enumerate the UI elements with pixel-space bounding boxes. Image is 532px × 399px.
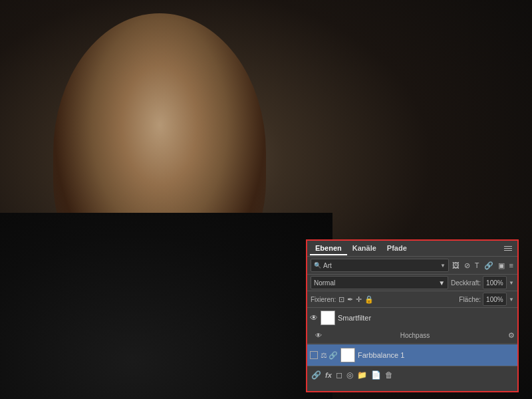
flache-input[interactable]: 100% bbox=[483, 293, 507, 306]
blend-mode-arrow: ▼ bbox=[438, 279, 445, 287]
new-layer-icon[interactable]: 📄 bbox=[371, 370, 381, 380]
fixieren-label: Fixieren: bbox=[311, 296, 336, 303]
search-dropdown-arrow: ▼ bbox=[440, 263, 446, 269]
layer-visibility-eye[interactable]: 👁 bbox=[310, 313, 318, 323]
layer-extra-icons: ⚖ 🔗 bbox=[321, 351, 338, 360]
square-layer-icon[interactable]: ▣ bbox=[497, 261, 505, 271]
flache-group: Fläche: 100% ▼ bbox=[459, 293, 514, 306]
circle-with-line-icon[interactable]: ⊘ bbox=[464, 261, 471, 271]
layers-panel: Ebenen Kanäle Pfade 🔍 Art ▼ 🖼 ⊘ bbox=[306, 239, 519, 392]
hochpass-eye-icon[interactable]: 👁 bbox=[315, 332, 322, 339]
flache-label: Fläche: bbox=[459, 296, 481, 303]
delete-layer-icon[interactable]: 🗑 bbox=[385, 370, 393, 380]
menu-line-2 bbox=[504, 248, 512, 249]
flache-arrow: ▼ bbox=[509, 297, 514, 303]
blend-mode-value: Normal bbox=[314, 279, 335, 287]
fix-lock-icon[interactable]: 🔒 bbox=[364, 295, 374, 304]
layer-checkbox[interactable] bbox=[310, 351, 318, 359]
search-text: Art bbox=[323, 262, 438, 269]
opacity-arrow: ▼ bbox=[509, 280, 514, 286]
layer-name-smartfilter: Smartfilter bbox=[338, 314, 515, 322]
new-adjustment-icon[interactable]: ◎ bbox=[346, 370, 353, 380]
fix-icons: ⊡ ✒ ✛ 🔒 bbox=[338, 295, 456, 304]
layer-farbbalance[interactable]: ⚖ 🔗 Farbbalance 1 bbox=[307, 344, 517, 366]
toolbar-row3: Fixieren: ⊡ ✒ ✛ 🔒 Fläche: 100% ▼ bbox=[307, 291, 517, 308]
tabs-left: Ebenen Kanäle Pfade bbox=[310, 242, 412, 255]
canvas-area: Ebenen Kanäle Pfade 🔍 Art ▼ 🖼 ⊘ bbox=[0, 0, 532, 399]
layer-hochpass[interactable]: 👁 Hochpass ⚙ bbox=[307, 328, 517, 344]
flache-value-text: 100% bbox=[486, 296, 503, 303]
link-layers-icon[interactable]: 🔗 bbox=[483, 261, 494, 271]
text-layer-icon[interactable]: T bbox=[474, 261, 480, 270]
fix-brush-icon[interactable]: ✒ bbox=[347, 295, 353, 304]
tab-pfade[interactable]: Pfade bbox=[382, 242, 412, 255]
menu-line-3 bbox=[504, 250, 512, 251]
opacity-input[interactable]: 100% bbox=[483, 276, 507, 289]
more-options-icon[interactable]: ≡ bbox=[509, 261, 514, 270]
jacket-area bbox=[0, 213, 332, 399]
link-icon[interactable]: 🔗 bbox=[311, 370, 321, 380]
opacity-value-text: 100% bbox=[486, 279, 503, 287]
blend-mode-select[interactable]: Normal ▼ bbox=[311, 276, 448, 289]
smartfilter-top-row[interactable]: 👁 Smartfilter bbox=[307, 308, 517, 328]
new-layer-from-icon[interactable]: 🖼 bbox=[452, 261, 460, 270]
hochpass-name: Hochpass bbox=[400, 332, 430, 339]
layer-name-farbbalance: Farbbalance 1 bbox=[358, 351, 515, 359]
fx-icon[interactable]: fx bbox=[325, 371, 332, 379]
toolbar-icons: 🖼 ⊘ T 🔗 ▣ ≡ bbox=[452, 261, 514, 271]
toolbar-row1: 🔍 Art ▼ 🖼 ⊘ T 🔗 ▣ ≡ bbox=[307, 257, 517, 275]
menu-line-1 bbox=[504, 246, 512, 247]
tab-kanale[interactable]: Kanäle bbox=[347, 242, 382, 255]
add-mask-icon[interactable]: ◻ bbox=[336, 370, 342, 380]
layer-thumbnail-smartfilter bbox=[321, 311, 335, 325]
new-group-icon[interactable]: 📁 bbox=[357, 370, 367, 380]
opacity-label: Deckkraft: bbox=[451, 279, 481, 287]
tab-ebenen[interactable]: Ebenen bbox=[310, 242, 347, 255]
layer-thumbnail-farbbalance bbox=[340, 348, 355, 362]
bottom-toolbar: 🔗 fx ◻ ◎ 📁 📄 🗑 bbox=[307, 366, 517, 383]
hochpass-settings-icon[interactable]: ⚙ bbox=[508, 331, 515, 340]
opacity-group: Deckkraft: 100% ▼ bbox=[451, 276, 514, 289]
fix-position-icon[interactable]: ⊡ bbox=[338, 295, 344, 304]
fix-move-icon[interactable]: ✛ bbox=[356, 295, 362, 304]
search-icon: 🔍 bbox=[314, 262, 321, 269]
layers-list: 👁 Smartfilter 👁 Hochpass ⚙ ⚖ 🔗 bbox=[307, 308, 517, 366]
adjustment-icon: ⚖ bbox=[321, 351, 327, 360]
layer-smartfilter: 👁 Smartfilter 👁 Hochpass ⚙ bbox=[307, 308, 517, 344]
menu-lines-icon bbox=[504, 246, 512, 251]
search-box[interactable]: 🔍 Art ▼ bbox=[311, 259, 449, 272]
toolbar-row2: Normal ▼ Deckkraft: 100% ▼ bbox=[307, 275, 517, 291]
panel-tabs: Ebenen Kanäle Pfade bbox=[307, 241, 517, 257]
layer-mask-chain-icon: 🔗 bbox=[329, 351, 338, 360]
panel-menu-button[interactable] bbox=[501, 245, 515, 252]
